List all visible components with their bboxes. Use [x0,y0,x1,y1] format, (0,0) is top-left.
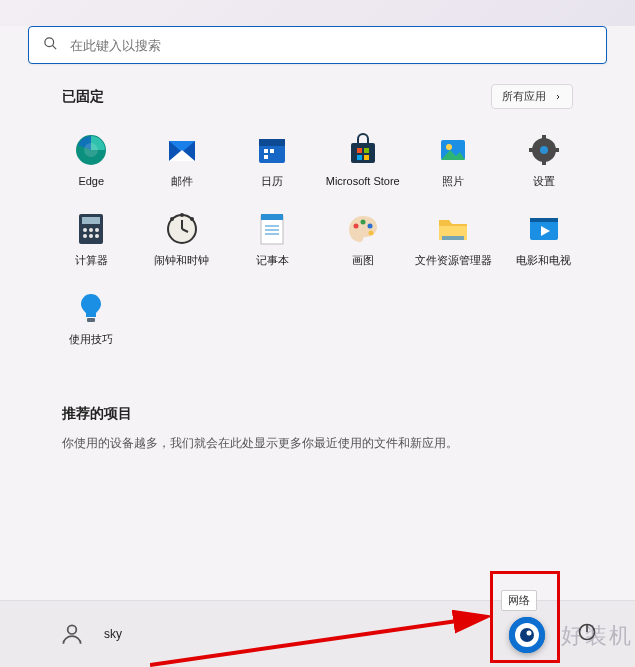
svg-point-45 [368,231,373,236]
app-clock[interactable]: 闹钟和时钟 [137,204,228,279]
network-eye-button[interactable] [509,617,545,653]
svg-point-44 [367,224,372,229]
svg-rect-6 [259,139,285,146]
app-movies[interactable]: 电影和电视 [499,204,590,279]
app-mail[interactable]: 邮件 [137,125,228,200]
pinned-header: 已固定 所有应用 [62,84,573,109]
explorer-icon [436,212,470,246]
svg-point-25 [83,228,87,232]
app-explorer[interactable]: 文件资源管理器 [408,204,499,279]
tips-icon [74,291,108,325]
svg-rect-8 [264,155,268,159]
app-paint[interactable]: 画图 [318,204,409,279]
svg-rect-51 [87,318,95,322]
notepad-icon [255,212,289,246]
user-button[interactable]: sky [58,620,122,648]
app-notepad[interactable]: 记事本 [227,204,318,279]
edge-icon [74,133,108,167]
all-apps-button[interactable]: 所有应用 [491,84,573,109]
svg-rect-9 [270,149,274,153]
app-calendar[interactable]: 日历 [227,125,318,200]
app-label: 邮件 [171,175,193,188]
app-settings[interactable]: 设置 [499,125,590,200]
svg-point-16 [446,144,452,150]
svg-rect-49 [530,218,558,222]
svg-line-1 [52,45,56,49]
calendar-icon [255,133,289,167]
user-name: sky [104,627,122,641]
app-label: Microsoft Store [326,175,400,188]
settings-icon [527,133,561,167]
app-photos[interactable]: 照片 [408,125,499,200]
svg-point-0 [45,37,54,46]
app-label: 画图 [352,254,374,267]
svg-point-52 [68,625,77,634]
start-panel: 已固定 所有应用 Edge 邮件 日历 [0,26,635,626]
recommended-text: 你使用的设备越多，我们就会在此处显示更多你最近使用的文件和新应用。 [62,435,573,452]
app-label: 闹钟和时钟 [154,254,209,267]
mail-icon [165,133,199,167]
chevron-right-icon [554,93,562,101]
calculator-icon [74,212,108,246]
svg-point-43 [360,220,365,225]
svg-rect-38 [261,214,283,220]
recommended-section: 推荐的项目 你使用的设备越多，我们就会在此处显示更多你最近使用的文件和新应用。 [62,405,573,452]
search-input[interactable] [70,38,592,53]
svg-rect-13 [357,155,362,160]
svg-point-32 [180,213,184,217]
app-calculator[interactable]: 计算器 [46,204,137,279]
svg-point-28 [83,234,87,238]
app-label: 使用技巧 [69,333,113,346]
svg-rect-47 [442,236,464,240]
watermark: 好装机 [561,621,633,651]
svg-point-18 [540,146,548,154]
apps-grid: Edge 邮件 日历 Microsoft Store 照片 [46,125,589,359]
photos-icon [436,133,470,167]
svg-point-30 [95,234,99,238]
svg-rect-24 [82,217,100,224]
svg-rect-14 [364,155,369,160]
svg-point-57 [520,628,534,642]
app-label: 设置 [533,175,555,188]
paint-icon [346,212,380,246]
pinned-title: 已固定 [62,88,104,106]
svg-point-29 [89,234,93,238]
all-apps-label: 所有应用 [502,89,546,104]
svg-point-3 [84,143,98,157]
app-label: 电影和电视 [516,254,571,267]
svg-point-26 [89,228,93,232]
store-icon [346,133,380,167]
recommended-title: 推荐的项目 [62,405,573,423]
network-tooltip: 网络 [501,590,537,611]
app-tips[interactable]: 使用技巧 [46,283,137,358]
svg-point-42 [353,224,358,229]
svg-point-27 [95,228,99,232]
svg-point-33 [170,217,174,221]
svg-rect-21 [529,148,535,152]
svg-rect-19 [542,135,546,141]
svg-rect-12 [364,148,369,153]
svg-rect-7 [264,149,268,153]
app-label: Edge [78,175,104,188]
svg-point-58 [527,631,532,636]
svg-rect-10 [351,143,375,163]
search-bar[interactable] [28,26,607,64]
app-label: 照片 [442,175,464,188]
app-store[interactable]: Microsoft Store [318,125,409,200]
app-label: 记事本 [256,254,289,267]
movies-icon [527,212,561,246]
app-label: 文件资源管理器 [415,254,492,267]
avatar-icon [58,620,86,648]
search-icon [43,36,58,55]
app-label: 日历 [261,175,283,188]
svg-rect-22 [553,148,559,152]
svg-rect-11 [357,148,362,153]
svg-rect-20 [542,159,546,165]
app-edge[interactable]: Edge [46,125,137,200]
clock-icon [165,212,199,246]
svg-point-34 [190,217,194,221]
app-label: 计算器 [75,254,108,267]
